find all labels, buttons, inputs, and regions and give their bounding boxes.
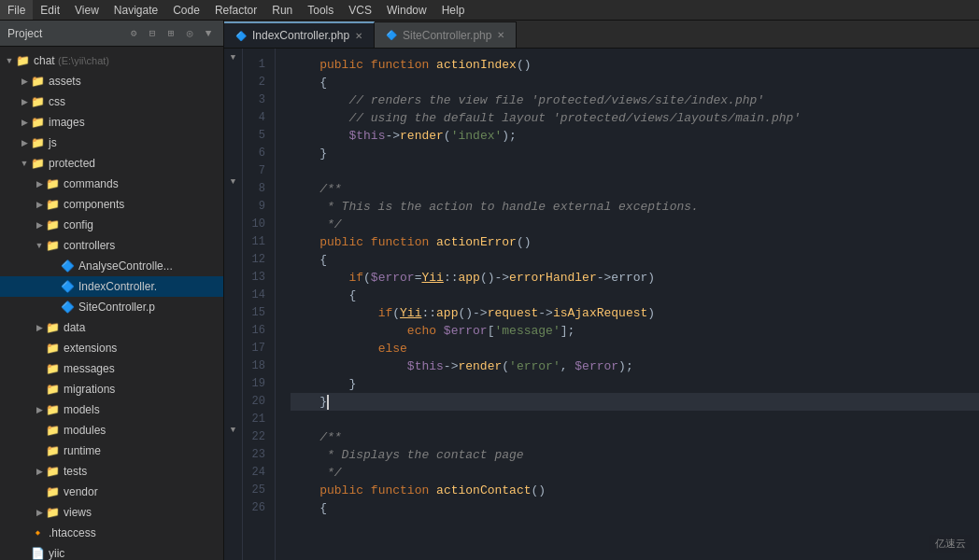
code-line-21	[291, 411, 979, 428]
php-file-icon: 🔷	[60, 259, 75, 273]
folder-icon: 📁	[45, 382, 60, 397]
fold-1[interactable]: ▼	[224, 49, 242, 66]
menu-tools[interactable]: Tools	[300, 0, 341, 20]
code-line-5: $this->render('index');	[291, 127, 979, 145]
tree-item-modules[interactable]: 📁 modules	[0, 420, 223, 441]
code-line-22: /**	[291, 428, 979, 446]
code-line-24: */	[291, 464, 979, 482]
menu-run[interactable]: Run	[264, 0, 300, 20]
gutter-2	[224, 66, 242, 84]
tree-item-htaccess[interactable]: 🔸 .htaccess	[0, 523, 223, 543]
tab-index-controller[interactable]: 🔷 IndexController.php ✕	[224, 21, 375, 48]
tree-item-label: IndexController.	[78, 280, 157, 293]
code-line-17: else	[291, 340, 979, 357]
line-num-1: 1	[243, 56, 265, 74]
php-tab-icon: 🔷	[386, 30, 397, 40]
tree-item-tests[interactable]: ▶ 📁 tests	[0, 461, 223, 482]
code-line-14: {	[291, 287, 979, 304]
tree-item-label: js	[49, 136, 57, 149]
tree-item-label: components	[64, 198, 124, 211]
gutter-24	[224, 456, 242, 474]
gutter-11	[224, 226, 242, 244]
code-line-8: /**	[291, 180, 979, 198]
tree-item-js[interactable]: ▶ 📁 js	[0, 133, 223, 153]
gutter-23	[224, 439, 242, 456]
toolbar-settings-icon[interactable]: ⚙	[126, 26, 141, 41]
toolbar-locate-icon[interactable]: ◎	[182, 26, 197, 41]
tree-item-css[interactable]: ▶ 📁 css	[0, 91, 223, 112]
tree-item-protected[interactable]: ▼ 📁 protected	[0, 153, 223, 174]
tree-item-assets[interactable]: ▶ 📁 assets	[0, 71, 223, 91]
folder-icon: 📁	[45, 197, 60, 212]
tree-item-messages[interactable]: 📁 messages	[0, 358, 223, 379]
line-num-5: 5	[243, 127, 265, 145]
tree-item-images[interactable]: ▶ 📁 images	[0, 112, 223, 133]
tree-item-analyse-controller[interactable]: 🔷 AnalyseControlle...	[0, 256, 223, 276]
no-arrow	[34, 343, 45, 354]
arrow-right-icon: ▶	[19, 137, 30, 148]
line-num-6: 6	[243, 145, 265, 162]
toolbar-gear-icon[interactable]: ▼	[201, 26, 216, 41]
code-line-23: * Displays the contact page	[291, 446, 979, 464]
tree-item-label: chat (E:\yii\chat)	[34, 54, 109, 67]
file-icon: 📄	[30, 546, 45, 560]
code-content[interactable]: public function actionIndex() { // rende…	[276, 49, 979, 560]
menu-view[interactable]: View	[67, 0, 106, 20]
sidebar: Project ⚙ ⊟ ⊞ ◎ ▼ ▼ 📁 chat (E:\yii\chat)…	[0, 21, 224, 560]
tree-item-label: runtime	[64, 444, 101, 457]
gutter-14	[224, 279, 242, 297]
tree-item-yiic[interactable]: 📄 yiic	[0, 543, 223, 560]
toolbar-expand-icon[interactable]: ⊞	[163, 26, 178, 41]
watermark: 亿速云	[929, 535, 972, 553]
php-tab-icon: 🔷	[235, 31, 247, 41]
tree-item-label: models	[64, 403, 100, 416]
menu-window[interactable]: Window	[379, 0, 434, 20]
tree-item-index-controller[interactable]: 🔷 IndexController.	[0, 276, 223, 297]
tree-item-models[interactable]: ▶ 📁 models	[0, 399, 223, 420]
tree-item-label: migrations	[64, 383, 115, 396]
tree-item-vendor[interactable]: 📁 vendor	[0, 482, 223, 502]
tree-item-views[interactable]: ▶ 📁 views	[0, 502, 223, 523]
file-tree: ▼ 📁 chat (E:\yii\chat) ▶ 📁 assets ▶ 📁 cs…	[0, 47, 223, 560]
tree-item-label: protected	[49, 157, 95, 170]
tree-root-chat[interactable]: ▼ 📁 chat (E:\yii\chat)	[0, 50, 223, 71]
tree-item-config[interactable]: ▶ 📁 config	[0, 215, 223, 235]
no-arrow	[34, 363, 45, 374]
no-arrow	[49, 260, 60, 272]
gutter-12	[224, 244, 242, 261]
folder-icon: 📁	[45, 217, 60, 232]
menu-navigate[interactable]: Navigate	[106, 0, 165, 20]
tree-item-commands[interactable]: ▶ 📁 commands	[0, 174, 223, 194]
gutter-17	[224, 332, 242, 350]
tab-close-button[interactable]: ✕	[497, 30, 504, 40]
tree-item-controllers[interactable]: ▼ 📁 controllers	[0, 235, 223, 256]
fold-8[interactable]: ▼	[224, 173, 242, 190]
line-num-25: 25	[243, 482, 265, 499]
tab-site-controller[interactable]: 🔷 SiteController.php ✕	[375, 21, 517, 48]
tree-item-label: css	[49, 95, 65, 108]
tree-item-site-controller[interactable]: 🔷 SiteController.p	[0, 297, 223, 317]
menu-vcs[interactable]: VCS	[341, 0, 379, 20]
tab-close-button[interactable]: ✕	[355, 31, 362, 41]
tree-item-data[interactable]: ▶ 📁 data	[0, 317, 223, 338]
arrow-down-icon: ▼	[4, 55, 15, 66]
tree-item-extensions[interactable]: 📁 extensions	[0, 338, 223, 358]
menu-code[interactable]: Code	[165, 0, 207, 20]
tree-item-components[interactable]: ▶ 📁 components	[0, 194, 223, 215]
gutter-13	[224, 261, 242, 279]
menu-refactor[interactable]: Refactor	[207, 0, 264, 20]
line-num-8: 8	[243, 180, 265, 198]
tree-item-runtime[interactable]: 📁 runtime	[0, 441, 223, 461]
menu-file[interactable]: File	[0, 0, 33, 20]
arrow-right-icon: ▶	[34, 466, 45, 477]
menu-help[interactable]: Help	[434, 0, 473, 20]
tree-item-migrations[interactable]: 📁 migrations	[0, 379, 223, 399]
code-line-3: // renders the view file 'protected/view…	[291, 91, 979, 109]
gutter-6	[224, 137, 242, 155]
folder-icon: 📁	[45, 320, 60, 335]
menu-edit[interactable]: Edit	[33, 0, 67, 20]
fold-22[interactable]: ▼	[224, 421, 242, 439]
line-num-19: 19	[243, 375, 265, 393]
toolbar-collapse-icon[interactable]: ⊟	[145, 26, 160, 41]
php-file-icon: 🔷	[60, 300, 75, 315]
